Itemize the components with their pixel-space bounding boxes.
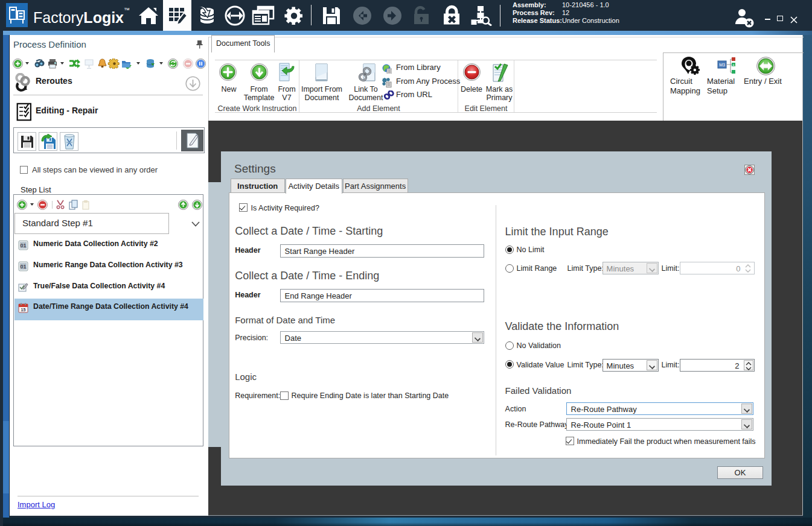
svg-text:15: 15 bbox=[21, 308, 26, 312]
svg-text:M3: M3 bbox=[719, 63, 725, 67]
svg-text:01: 01 bbox=[20, 242, 26, 249]
svg-text:01: 01 bbox=[20, 264, 26, 270]
